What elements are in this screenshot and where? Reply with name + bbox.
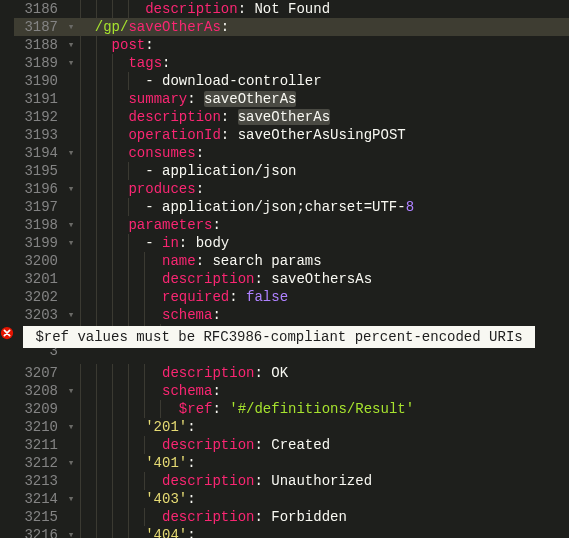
fold-marker[interactable] xyxy=(64,436,78,454)
code-content[interactable]: description: Not Found /gp/saveOtherAs: … xyxy=(78,0,569,538)
code-line[interactable]: description: saveOtherAs xyxy=(78,108,569,126)
code-line[interactable]: '201': xyxy=(78,418,569,436)
line-number: 3193 xyxy=(14,126,64,144)
line-number: 3215 xyxy=(14,508,64,526)
fold-marker[interactable] xyxy=(64,198,78,216)
line-number: 3212 xyxy=(14,454,64,472)
code-line[interactable]: description: saveOthersAs xyxy=(78,270,569,288)
fold-marker[interactable]: ▾ xyxy=(64,382,78,400)
code-line[interactable]: produces: xyxy=(78,180,569,198)
line-number: 3198 xyxy=(14,216,64,234)
line-number: 3191 xyxy=(14,90,64,108)
code-line[interactable]: post: xyxy=(78,36,569,54)
fold-marker[interactable]: ▾ xyxy=(64,526,78,538)
line-number: 3188 xyxy=(14,36,64,54)
fold-marker[interactable] xyxy=(64,508,78,526)
line-number: 3186 xyxy=(14,0,64,18)
fold-gutter[interactable]: ▾▾▾▾▾▾▾▾▾▾▾▾▾ xyxy=(64,0,78,538)
code-line[interactable]: - download-controller xyxy=(78,72,569,90)
line-number: 3207 xyxy=(14,364,64,382)
code-line[interactable]: '404': xyxy=(78,526,569,538)
line-number: 3194 xyxy=(14,144,64,162)
code-line[interactable]: description: OK xyxy=(78,364,569,382)
fold-marker[interactable] xyxy=(64,72,78,90)
code-line[interactable]: schema: xyxy=(78,382,569,400)
code-line[interactable]: required: false xyxy=(78,288,569,306)
line-number: 3213 xyxy=(14,472,64,490)
code-line[interactable]: description: Forbidden xyxy=(78,508,569,526)
code-line[interactable]: $ref: '#/definitions/Result' xyxy=(78,400,569,418)
fold-marker[interactable] xyxy=(64,108,78,126)
line-number: 3209 xyxy=(14,400,64,418)
code-line[interactable]: schema: xyxy=(78,306,569,324)
line-number: 3210 xyxy=(14,418,64,436)
fold-marker[interactable]: ▾ xyxy=(64,234,78,252)
line-number: 3199 xyxy=(14,234,64,252)
code-line[interactable]: summary: saveOtherAs xyxy=(78,90,569,108)
code-line[interactable]: consumes: xyxy=(78,144,569,162)
code-line[interactable]: /gp/saveOtherAs: xyxy=(78,18,569,36)
fold-marker[interactable]: ▾ xyxy=(64,180,78,198)
code-editor[interactable]: 3186318731883189319031913192319331943195… xyxy=(0,0,569,538)
error-tooltip: $ref values must be RFC3986-compliant pe… xyxy=(23,326,535,348)
code-line[interactable]: description: Created xyxy=(78,436,569,454)
line-number: 3197 xyxy=(14,198,64,216)
fold-marker[interactable]: ▾ xyxy=(64,418,78,436)
line-number: 3203 xyxy=(14,306,64,324)
fold-marker[interactable] xyxy=(64,270,78,288)
fold-marker[interactable] xyxy=(64,162,78,180)
fold-marker[interactable] xyxy=(64,126,78,144)
fold-marker[interactable]: ▾ xyxy=(64,144,78,162)
error-icon[interactable] xyxy=(0,326,14,340)
fold-marker[interactable] xyxy=(64,472,78,490)
fold-marker[interactable]: ▾ xyxy=(64,490,78,508)
line-number: 3200 xyxy=(14,252,64,270)
fold-marker[interactable]: ▾ xyxy=(64,306,78,324)
fold-marker[interactable] xyxy=(64,400,78,418)
code-line[interactable]: '403': xyxy=(78,490,569,508)
fold-marker[interactable] xyxy=(64,288,78,306)
code-line[interactable]: description: Not Found xyxy=(78,0,569,18)
line-number: 3189 xyxy=(14,54,64,72)
code-line[interactable]: parameters: xyxy=(78,216,569,234)
line-number: 3211 xyxy=(14,436,64,454)
line-number: 3190 xyxy=(14,72,64,90)
code-line[interactable]: description: Unauthorized xyxy=(78,472,569,490)
line-number: 3196 xyxy=(14,180,64,198)
code-line[interactable]: - in: body xyxy=(78,234,569,252)
line-number: 3192 xyxy=(14,108,64,126)
fold-marker[interactable] xyxy=(64,0,78,18)
fold-marker[interactable]: ▾ xyxy=(64,18,78,36)
line-number: 3201 xyxy=(14,270,64,288)
line-number: 3195 xyxy=(14,162,64,180)
code-line[interactable]: '401': xyxy=(78,454,569,472)
line-number: 3208 xyxy=(14,382,64,400)
fold-marker[interactable] xyxy=(64,364,78,382)
code-line[interactable]: operationId: saveOtherAsUsingPOST xyxy=(78,126,569,144)
code-line[interactable]: - application/json;charset=UTF-8 xyxy=(78,198,569,216)
code-line[interactable]: - application/json xyxy=(78,162,569,180)
fold-marker[interactable] xyxy=(64,252,78,270)
line-number: 3216 xyxy=(14,526,64,538)
code-line[interactable]: tags: xyxy=(78,54,569,72)
line-number: 3202 xyxy=(14,288,64,306)
fold-marker[interactable]: ▾ xyxy=(64,216,78,234)
fold-marker[interactable] xyxy=(64,90,78,108)
fold-marker[interactable]: ▾ xyxy=(64,454,78,472)
error-gutter xyxy=(0,0,14,538)
fold-marker[interactable]: ▾ xyxy=(64,36,78,54)
line-number-gutter: 3186318731883189319031913192319331943195… xyxy=(14,0,64,538)
fold-marker[interactable]: ▾ xyxy=(64,54,78,72)
line-number: 3214 xyxy=(14,490,64,508)
code-line[interactable]: name: search params xyxy=(78,252,569,270)
line-number: 3187 xyxy=(14,18,64,36)
